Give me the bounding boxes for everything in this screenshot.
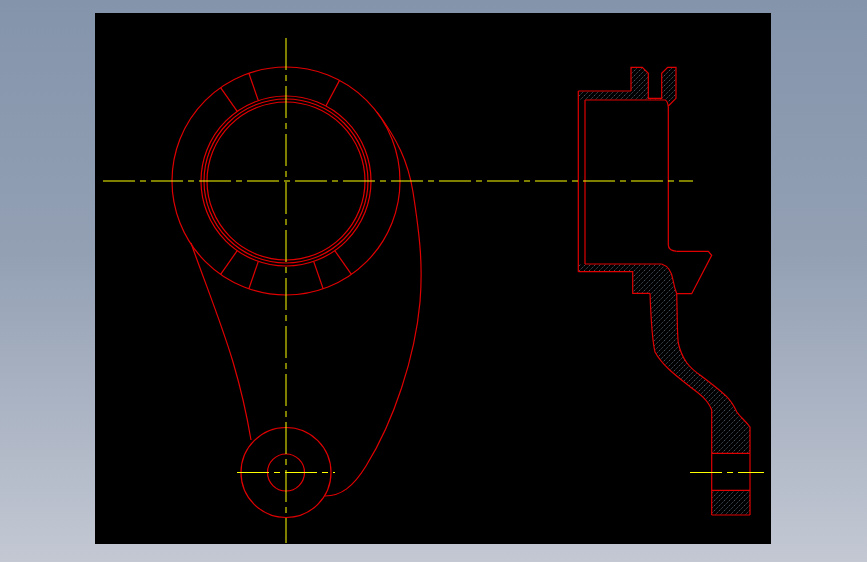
bore-top-edge: [585, 100, 668, 107]
front-view: [172, 67, 421, 518]
serration-tick: [314, 261, 323, 288]
section-hatch-hub: [712, 490, 750, 515]
arm-left-edge: [191, 243, 251, 440]
arm-right-edge: [325, 112, 421, 496]
section-view: [578, 67, 750, 515]
serration-tick: [249, 73, 258, 100]
right-wall-edge: [668, 107, 676, 251]
section-hatch-body: [578, 264, 750, 453]
cad-viewport: [0, 0, 867, 562]
serration-tick: [221, 88, 238, 112]
drawing-entities: [103, 38, 764, 543]
serration-tick: [249, 261, 258, 288]
cad-drawing: [0, 0, 867, 562]
chamfer-facet-outline: [677, 251, 712, 293]
serration-tick: [326, 80, 340, 106]
serration-tick: [221, 251, 238, 275]
serration-tick: [335, 251, 352, 275]
